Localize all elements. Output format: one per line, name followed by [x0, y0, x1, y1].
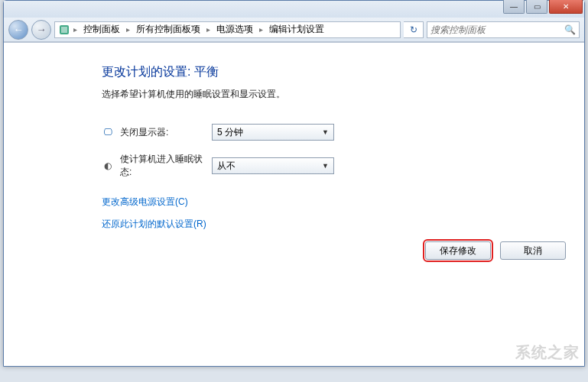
svg-rect-1	[61, 27, 67, 33]
maximize-button[interactable]: ▭	[526, 0, 547, 14]
search-input[interactable]	[430, 24, 564, 35]
back-button[interactable]: ←	[8, 20, 28, 40]
titlebar: — ▭ ✕	[4, 1, 584, 18]
sleep-timeout-dropdown[interactable]: 从不 ▼	[212, 157, 334, 174]
display-timeout-dropdown[interactable]: 5 分钟 ▼	[212, 124, 334, 141]
cancel-button[interactable]: 取消	[500, 241, 566, 260]
content-area: 更改计划的设置: 平衡 选择希望计算机使用的睡眠设置和显示设置。 🖵 关闭显示器…	[4, 42, 584, 366]
setting-row-sleep: ◐ 使计算机进入睡眠状态: 从不 ▼	[102, 153, 584, 179]
page-title: 更改计划的设置: 平衡	[102, 64, 584, 80]
setting-label: 使计算机进入睡眠状态:	[120, 153, 212, 179]
search-icon: 🔍	[564, 24, 576, 35]
close-button[interactable]: ✕	[549, 0, 583, 14]
refresh-button[interactable]: ↻	[404, 21, 424, 38]
breadcrumb-item[interactable]: 编辑计划设置	[266, 23, 327, 36]
breadcrumb-item[interactable]: 电源选项	[213, 23, 256, 36]
dropdown-value: 5 分钟	[217, 126, 243, 139]
restore-defaults-link[interactable]: 还原此计划的默认设置(R)	[102, 218, 584, 231]
chevron-down-icon: ▼	[322, 162, 329, 170]
breadcrumb-item[interactable]: 所有控制面板项	[133, 23, 203, 36]
setting-label: 关闭显示器:	[120, 126, 212, 139]
forward-button[interactable]: →	[31, 20, 51, 40]
save-button[interactable]: 保存修改	[425, 241, 491, 260]
watermark: 系统之家	[515, 342, 580, 363]
window-controls: — ▭ ✕	[503, 0, 583, 14]
dropdown-value: 从不	[217, 160, 236, 173]
footer-buttons: 保存修改 取消	[425, 241, 566, 260]
links-section: 更改高级电源设置(C) 还原此计划的默认设置(R)	[102, 196, 584, 231]
setting-row-display: 🖵 关闭显示器: 5 分钟 ▼	[102, 124, 584, 141]
window-frame: — ▭ ✕ ← → ▸ 控制面板 ▸ 所有控制面板项 ▸ 电源选项 ▸ 编辑计划…	[3, 0, 585, 367]
search-box[interactable]: 🔍	[427, 21, 580, 38]
control-panel-icon	[58, 24, 70, 36]
navbar: ← → ▸ 控制面板 ▸ 所有控制面板项 ▸ 电源选项 ▸ 编辑计划设置 ↻ 🔍	[4, 18, 584, 42]
chevron-right-icon: ▸	[72, 25, 79, 34]
chevron-right-icon: ▸	[125, 25, 132, 34]
minimize-button[interactable]: —	[503, 0, 525, 14]
breadcrumb-item[interactable]: 控制面板	[80, 23, 123, 36]
chevron-right-icon: ▸	[205, 25, 212, 34]
monitor-icon: 🖵	[102, 126, 114, 138]
page-description: 选择希望计算机使用的睡眠设置和显示设置。	[102, 88, 584, 101]
breadcrumb[interactable]: ▸ 控制面板 ▸ 所有控制面板项 ▸ 电源选项 ▸ 编辑计划设置	[54, 21, 401, 38]
chevron-right-icon: ▸	[258, 25, 265, 34]
moon-icon: ◐	[102, 160, 114, 172]
chevron-down-icon: ▼	[322, 128, 329, 136]
advanced-power-settings-link[interactable]: 更改高级电源设置(C)	[102, 196, 584, 209]
